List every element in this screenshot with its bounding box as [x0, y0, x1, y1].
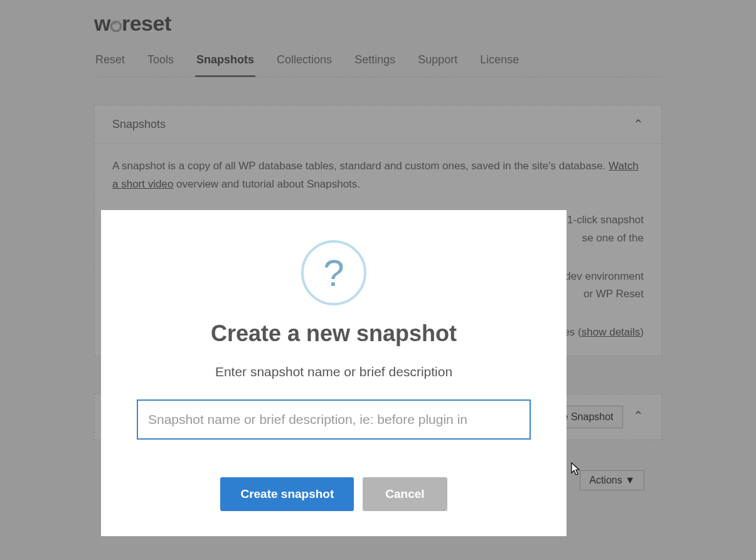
question-icon: ? — [301, 240, 366, 305]
modal-title: Create a new snapshot — [132, 320, 535, 347]
modal-overlay[interactable]: ? Create a new snapshot Enter snapshot n… — [0, 0, 756, 560]
snapshot-name-input[interactable] — [137, 399, 531, 440]
modal-subtitle: Enter snapshot name or brief description — [132, 364, 535, 379]
create-snapshot-confirm-button[interactable]: Create snapshot — [220, 477, 354, 511]
create-snapshot-modal: ? Create a new snapshot Enter snapshot n… — [101, 210, 567, 536]
cancel-button[interactable]: Cancel — [363, 477, 447, 511]
